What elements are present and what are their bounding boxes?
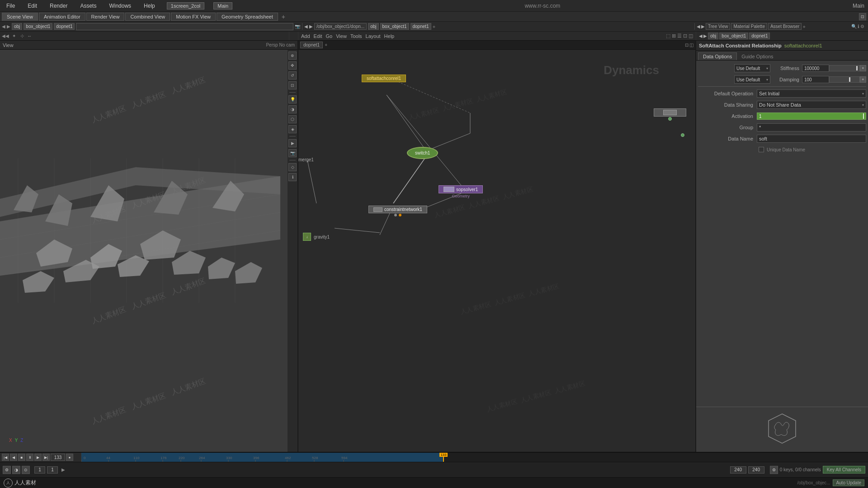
auto-update-btn[interactable]: Auto Update (833, 479, 864, 486)
node-box-label[interactable]: box_object1 (380, 23, 409, 30)
node-menu-view[interactable]: View (336, 33, 347, 39)
node-nav-back[interactable]: ◀ (304, 24, 308, 29)
node-softattach[interactable]: softattachconrel1 (362, 75, 406, 82)
box-object-label[interactable]: box_object1 (24, 23, 52, 30)
vp-rotate-btn[interactable]: ↺ (288, 71, 297, 80)
node-dopnet-label[interactable]: dopnet1 (410, 23, 431, 30)
tab-geometry-spreadsheet[interactable]: Geometry Spreadsheet (217, 13, 278, 21)
menu-edit[interactable]: Edit (25, 2, 40, 10)
node-menu-go[interactable]: Go (326, 33, 333, 39)
view-snap-btn[interactable]: ⊹ (19, 33, 25, 38)
props-tab-asset[interactable]: Asset Browser (768, 23, 802, 30)
default-operation-dropdown[interactable]: Set Initial ▾ (757, 89, 866, 98)
vp-object-btn[interactable]: ◇ (288, 163, 297, 171)
tl-stop-btn[interactable]: ■ (18, 454, 25, 461)
end-frame-input2[interactable]: 240 (748, 466, 764, 474)
upper-right-rect[interactable] (654, 108, 686, 117)
props-nav-back2[interactable]: ◀ (699, 33, 703, 38)
props-obj-path[interactable]: obj (708, 33, 718, 39)
tl-record-btn[interactable]: ● (66, 454, 73, 461)
stiffness-slider-btn[interactable]: + (860, 65, 866, 71)
node-icon-2[interactable]: ◫ (689, 42, 693, 47)
damping-slider-btn[interactable]: + (860, 76, 866, 83)
tab-guide-options[interactable]: Guide Options (737, 53, 778, 60)
bottom-icon-3[interactable]: ⊙ (22, 466, 30, 474)
data-sharing-dropdown[interactable]: Do Not Share Data ▾ (757, 101, 866, 109)
props-nav-back[interactable]: ◀ (697, 24, 700, 29)
view-mode-btn[interactable]: ◀◀ (2, 33, 9, 38)
layout-icon[interactable]: ⊡ (859, 13, 866, 20)
node-softattach-rect[interactable]: softattachconrel1 (362, 75, 406, 82)
stiffness-input[interactable]: 100000 (802, 65, 829, 72)
camera-btn[interactable]: 📷 (295, 24, 300, 29)
node-icon-list[interactable]: ☰ (677, 33, 682, 39)
timeline-ruler[interactable]: 0 44 110 176 220 264 330 396 462 528 (81, 453, 868, 462)
add-tab-button[interactable]: + (279, 13, 288, 20)
props-tab-tree-view[interactable]: Tree View (706, 23, 730, 30)
node-icon-select[interactable]: ⬚ (666, 33, 670, 39)
vp-pan-btn[interactable]: ✥ (288, 61, 297, 70)
bottom-icon-1[interactable]: ⚙ (3, 466, 11, 474)
menu-assets[interactable]: Assets (77, 2, 99, 10)
play-forward-btn[interactable]: ▶ (60, 466, 67, 474)
props-info-icon[interactable]: ℹ (858, 24, 859, 29)
node-menu-edit[interactable]: Edit (314, 33, 322, 39)
viewport-persp-btn[interactable]: Persp (266, 42, 278, 47)
add-node-btn[interactable]: + (433, 24, 435, 29)
menu-file[interactable]: File (4, 2, 18, 10)
node-icon-dot[interactable]: ⊡ (683, 33, 687, 39)
node-nav-fwd[interactable]: ▶ (309, 24, 313, 29)
vp-lights-btn[interactable]: 💡 (288, 95, 297, 103)
node-icon-1[interactable]: ⊡ (685, 42, 689, 47)
group-input[interactable]: * (757, 123, 866, 131)
vp-render-btn[interactable]: ▶ (288, 139, 297, 147)
view-transform-btn[interactable]: ↔ (27, 33, 32, 38)
tl-pause-btn[interactable]: ⏸ (26, 454, 33, 461)
node-switch-ellipse[interactable]: switch1 (407, 147, 438, 159)
node-sopsolver[interactable]: sopsolver1 Geometry (439, 185, 483, 198)
node-upper-right-box[interactable] (654, 108, 686, 121)
dopnet-label[interactable]: dopnet1 (54, 23, 75, 30)
tl-prev-btn[interactable]: ◀ (10, 454, 17, 461)
view-tools-btn[interactable]: ✦ (11, 33, 17, 38)
props-settings-icon[interactable]: ⚙ (860, 24, 864, 29)
props-box-path[interactable]: box_object1 (719, 33, 748, 39)
stiffness-use-default-dropdown[interactable]: Use Default ▾ (734, 64, 770, 72)
tl-play-btn[interactable]: ▶ (34, 454, 42, 461)
vp-display-btn[interactable]: ◑ (288, 105, 297, 113)
damping-slider[interactable] (829, 76, 860, 83)
vp-wireframe-btn[interactable]: ⬡ (288, 115, 297, 123)
viewport-camera-btn[interactable]: No cam (279, 42, 295, 47)
node-icon-grid[interactable]: ⊞ (672, 33, 676, 39)
vp-info-btn[interactable]: ℹ (288, 173, 297, 181)
vp-output-btn[interactable]: 📷 (288, 149, 297, 157)
node-gravity[interactable]: ↓ gravity1 (303, 233, 330, 241)
node-switch[interactable]: switch1 (407, 147, 438, 159)
damping-use-default-dropdown[interactable]: Use Default ▾ (734, 75, 770, 84)
tab-animation-editor[interactable]: Animation Editor (39, 13, 85, 21)
node-view-tab[interactable]: dopnet1 (300, 42, 323, 48)
props-nav-fwd[interactable]: ▶ (701, 24, 705, 29)
vp-zoom-btn[interactable]: ⊕ (288, 52, 297, 60)
menu-render[interactable]: Render (47, 2, 70, 10)
tab-combined-view[interactable]: Combined View (125, 13, 170, 21)
props-add-tab[interactable]: + (802, 24, 805, 29)
tl-next-btn[interactable]: ▶| (42, 454, 50, 461)
node-icon-expand[interactable]: ◫ (689, 33, 693, 39)
node-sopsolver-rect[interactable]: sopsolver1 (439, 185, 483, 193)
damping-input[interactable]: 100 (802, 76, 829, 83)
data-name-input[interactable]: soft (757, 135, 866, 143)
node-obj-label[interactable]: obj (368, 23, 378, 30)
tab-motion-fx[interactable]: Motion FX View (171, 13, 216, 21)
timeline-settings-btn[interactable]: ⚙ (770, 466, 778, 474)
unique-data-name-checkbox[interactable] (759, 147, 764, 152)
nav-fwd-btn[interactable]: ▶ (7, 24, 10, 29)
frame-current-input[interactable]: 133 (51, 454, 65, 461)
node-menu-help[interactable]: Help (384, 33, 395, 39)
nav-back-btn[interactable]: ◀ (2, 24, 5, 29)
node-constraintnetwork-rect[interactable]: constraintnetwork1 (368, 206, 427, 213)
key-all-channels-btn[interactable]: Key AlI Channels (823, 466, 865, 474)
end-frame-input[interactable]: 240 (730, 466, 746, 474)
start-frame-input2[interactable]: 1 (47, 466, 58, 474)
vp-shading-btn[interactable]: ◈ (288, 125, 297, 133)
